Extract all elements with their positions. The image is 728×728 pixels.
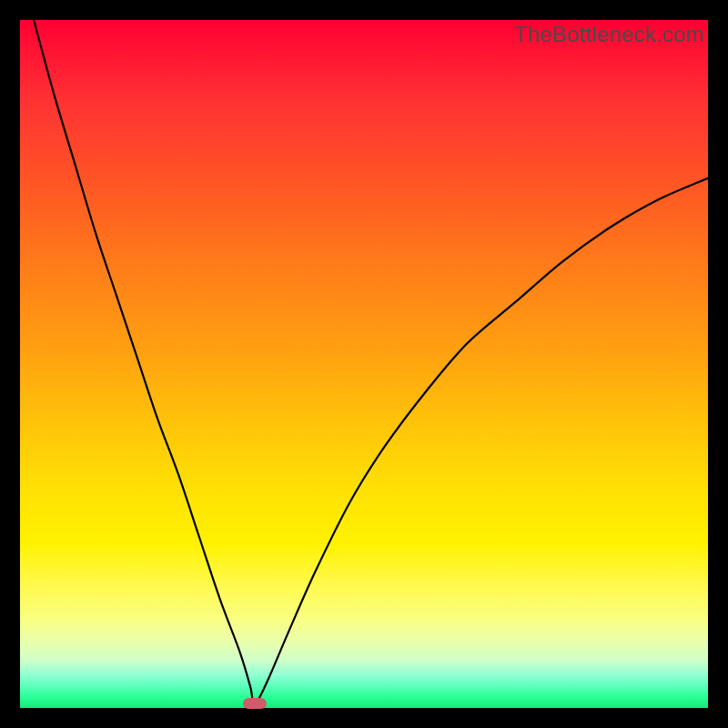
bottleneck-curve [20,20,708,708]
curve-path [34,20,708,704]
watermark-text: TheBottleneck.com [514,22,704,47]
optimal-marker [243,698,267,709]
chart-frame: TheBottleneck.com [20,20,708,708]
